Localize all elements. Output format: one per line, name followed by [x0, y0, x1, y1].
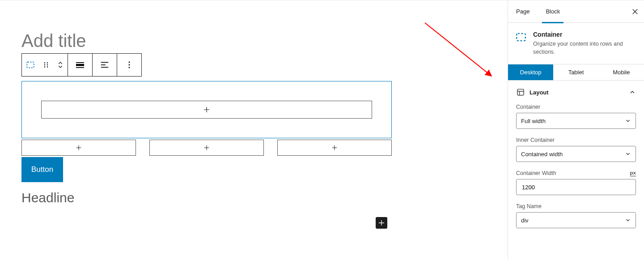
svg-point-15: [129, 67, 130, 68]
close-sidebar-button[interactable]: [626, 8, 644, 16]
more-options-button[interactable]: [117, 54, 141, 76]
svg-rect-9: [76, 67, 84, 68]
tab-block[interactable]: Block: [538, 0, 568, 23]
tag-name-field-label: Tag Name: [516, 203, 636, 209]
svg-point-5: [47, 64, 48, 65]
tag-name-select[interactable]: div: [516, 212, 636, 228]
block-title: Container: [533, 31, 636, 38]
plus-icon: [75, 144, 82, 151]
add-block-col-1[interactable]: [21, 140, 136, 156]
responsive-device-tabs: Desktop Tablet Mobile: [508, 64, 644, 81]
layout-icon: [516, 88, 525, 97]
svg-rect-18: [517, 90, 524, 95]
block-toolbar: [21, 53, 142, 77]
move-up-down-button[interactable]: [53, 54, 68, 76]
columns-row: [21, 140, 392, 156]
block-description: Organize your content into rows and sect…: [533, 40, 636, 56]
inner-container-select-value: Contained width: [521, 151, 563, 158]
container-icon: [515, 31, 527, 56]
block-card: Container Organize your content into row…: [508, 23, 644, 64]
plus-icon: [331, 144, 338, 151]
plus-icon: [377, 219, 386, 227]
svg-point-2: [44, 64, 45, 65]
plus-icon: [203, 144, 210, 151]
device-tab-desktop[interactable]: Desktop: [508, 64, 553, 80]
add-block-col-2[interactable]: [149, 140, 264, 156]
block-inserter-fab[interactable]: [376, 217, 387, 229]
container-block-selected[interactable]: [21, 81, 392, 138]
tag-name-select-value: div: [521, 217, 529, 224]
chevron-up-icon: [629, 89, 636, 96]
container-block-icon-button[interactable]: [22, 54, 39, 76]
device-tab-tablet[interactable]: Tablet: [553, 64, 598, 80]
svg-rect-11: [101, 64, 106, 65]
layout-panel-toggle[interactable]: Layout: [516, 81, 636, 104]
close-icon: [631, 8, 639, 16]
add-block-col-3[interactable]: [277, 140, 392, 156]
headline-block[interactable]: Headline: [21, 190, 508, 205]
svg-point-1: [44, 62, 45, 63]
svg-point-6: [47, 66, 48, 67]
tab-page[interactable]: Page: [508, 0, 538, 23]
svg-rect-0: [27, 62, 34, 68]
container-width-value[interactable]: [521, 183, 631, 191]
align-full-width-button[interactable]: [68, 54, 92, 76]
layout-panel-title: Layout: [530, 89, 549, 96]
container-select-value: Full width: [521, 118, 546, 124]
svg-rect-17: [517, 34, 525, 41]
post-title[interactable]: Add title: [21, 32, 508, 50]
container-field-label: Container: [516, 104, 636, 110]
svg-point-13: [129, 62, 130, 63]
svg-rect-8: [76, 64, 84, 66]
svg-rect-10: [101, 62, 109, 63]
chevron-down-icon: [625, 118, 631, 124]
unit-px-tab[interactable]: px: [630, 170, 636, 176]
button-block[interactable]: Button: [21, 157, 63, 182]
inner-container-select[interactable]: Contained width: [516, 146, 636, 162]
svg-point-14: [129, 64, 130, 66]
chevron-down-icon: [625, 151, 631, 157]
device-tab-mobile[interactable]: Mobile: [599, 64, 644, 80]
svg-rect-7: [76, 62, 84, 63]
editor-canvas: Add title: [0, 0, 508, 260]
inner-container-field-label: Inner Container: [516, 137, 636, 143]
svg-rect-12: [101, 67, 109, 68]
add-block-inside-container[interactable]: [41, 101, 372, 119]
chevron-down-icon: [625, 217, 631, 223]
settings-sidebar: Page Block Container Organize your conte…: [508, 0, 644, 260]
svg-point-3: [44, 66, 45, 67]
align-left-button[interactable]: [93, 54, 117, 76]
container-width-input[interactable]: [516, 179, 636, 195]
container-width-select[interactable]: Full width: [516, 113, 636, 129]
drag-handle-button[interactable]: [39, 54, 53, 76]
svg-point-4: [47, 62, 48, 63]
plus-icon: [203, 106, 211, 114]
container-width-field-label: Container Width: [516, 170, 556, 176]
